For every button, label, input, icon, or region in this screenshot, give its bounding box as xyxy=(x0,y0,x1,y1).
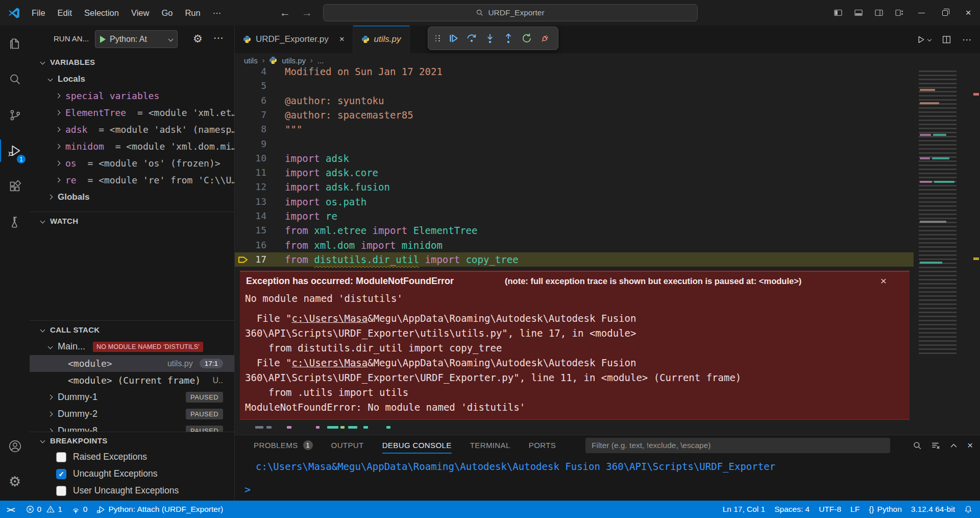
debug-session-status[interactable]: Python: Attach (URDF_Exporter) xyxy=(92,501,228,518)
command-center-search[interactable]: URDF_Exporter xyxy=(323,4,698,21)
continue-button[interactable] xyxy=(448,33,459,44)
debug-console-output[interactable]: c:\Users\Masa&Megu\AppData\Roaming\Autod… xyxy=(256,461,775,472)
callstack-frame[interactable]: <module> (Current frame)U.. xyxy=(30,372,234,389)
notifications-bell-icon[interactable] xyxy=(960,501,977,518)
console-prompt-icon[interactable]: > xyxy=(244,483,251,496)
menu-item[interactable]: Selection xyxy=(78,4,125,21)
step-into-button[interactable] xyxy=(484,33,496,44)
callstack-thread[interactable]: Dummy-1PAUSED xyxy=(30,389,234,406)
ports-status[interactable]: 0 xyxy=(67,501,92,518)
close-button[interactable]: × xyxy=(957,0,980,26)
call-stack-section-header[interactable]: CALL STACK xyxy=(30,322,234,337)
menu-item[interactable]: Edit xyxy=(52,4,78,21)
extensions-icon[interactable] xyxy=(0,169,30,204)
traceback-file-link[interactable]: c:\Users\Masa xyxy=(292,313,368,324)
clear-console-icon[interactable] xyxy=(931,441,940,450)
maximize-panel-icon[interactable] xyxy=(949,441,958,450)
minimize-button[interactable] xyxy=(910,0,933,26)
settings-gear-icon[interactable]: ⚙ xyxy=(0,464,30,500)
panel-tab-terminal[interactable]: TERMINAL xyxy=(470,435,510,455)
explorer-icon[interactable] xyxy=(0,26,30,61)
breakpoints-section-header[interactable]: BREAKPOINTS xyxy=(30,432,234,449)
indentation[interactable]: Spaces: 4 xyxy=(770,501,814,518)
callstack-thread[interactable]: Dummy-2PAUSED xyxy=(30,406,234,422)
menu-item[interactable]: Run xyxy=(179,4,206,21)
breakpoint-checkbox[interactable]: ✓ xyxy=(56,469,66,479)
editor-tab[interactable]: utils.py xyxy=(353,26,410,53)
editor-more-icon[interactable]: ⋯ xyxy=(962,34,972,45)
close-panel-icon[interactable]: × xyxy=(967,440,973,451)
start-debug-icon[interactable] xyxy=(100,36,106,43)
account-icon[interactable] xyxy=(0,428,30,464)
filter-placeholder: Filter (e.g. text, !exclude, \escape) xyxy=(592,441,710,450)
toggle-sidebar-icon[interactable] xyxy=(828,0,848,26)
step-over-button[interactable] xyxy=(466,33,477,44)
variable-row[interactable]: os = <module 'os' (frozen)> xyxy=(30,155,234,172)
editor-tab[interactable]: URDF_Exporter.py× xyxy=(235,26,353,53)
panel-tab-debug-console[interactable]: DEBUG CONSOLE xyxy=(382,435,452,455)
launch-config-dropdown[interactable]: Python: At xyxy=(95,30,178,48)
line-number: 7 xyxy=(235,108,266,122)
split-editor-icon[interactable] xyxy=(942,35,951,44)
variable-row[interactable]: re = <module 're' from 'C:\\U… xyxy=(30,172,234,189)
tab-close-icon[interactable]: × xyxy=(339,34,345,44)
encoding[interactable]: UTF-8 xyxy=(814,501,846,518)
restore-button[interactable] xyxy=(933,0,957,26)
callstack-thread[interactable]: Main...NO MODULE NAMED 'DISTUTILS' xyxy=(30,338,234,355)
restart-button[interactable] xyxy=(521,33,532,44)
scope-row[interactable]: Locals xyxy=(30,70,234,87)
back-arrow-icon[interactable]: ← xyxy=(280,7,290,19)
step-out-button[interactable] xyxy=(503,33,514,44)
breadcrumb-item[interactable]: ... xyxy=(317,56,324,65)
disconnect-button[interactable] xyxy=(540,33,551,44)
problems-status[interactable]: 0 1 xyxy=(21,501,67,518)
breakpoints-section: BREAKPOINTS Raised Exceptions✓Uncaught E… xyxy=(30,432,234,501)
panel-tab-ports[interactable]: PORTS xyxy=(529,435,556,455)
console-search-icon[interactable] xyxy=(913,441,922,450)
breadcrumb-item[interactable]: utils xyxy=(244,56,258,65)
console-filter-input[interactable]: Filter (e.g. text, !exclude, \escape) xyxy=(585,438,890,453)
forward-arrow-icon[interactable]: → xyxy=(302,7,312,19)
panel-tab-output[interactable]: OUTPUT xyxy=(331,435,364,455)
watch-section-header[interactable]: WATCH xyxy=(30,214,234,228)
toggle-panel-icon[interactable] xyxy=(848,0,869,26)
callstack-frame[interactable]: <module>utils.py17:1 xyxy=(30,355,234,372)
menu-item[interactable]: View xyxy=(125,4,155,21)
menu-item[interactable]: File xyxy=(26,4,52,21)
customize-layout-icon[interactable] xyxy=(889,0,910,26)
search-sidebar-icon[interactable] xyxy=(0,61,30,97)
variable-row[interactable]: ElementTree = <module 'xml.et… xyxy=(30,104,234,121)
breakpoint-row[interactable]: Raised Exceptions xyxy=(30,449,234,465)
scope-row[interactable]: Globals xyxy=(30,189,234,205)
configure-gear-icon[interactable]: ⚙ xyxy=(193,33,203,44)
eol-sequence[interactable]: LF xyxy=(846,501,864,518)
python-interpreter-version[interactable]: 3.12.4 64-bit xyxy=(906,501,960,518)
minimap[interactable] xyxy=(914,67,980,435)
breakpoint-checkbox[interactable] xyxy=(56,452,66,462)
variable-row[interactable]: adsk = <module 'adsk' (namesp… xyxy=(30,121,234,138)
run-python-file-button[interactable] xyxy=(917,35,931,44)
source-control-icon[interactable] xyxy=(0,97,30,133)
variable-row[interactable]: minidom = <module 'xml.dom.mi… xyxy=(30,138,234,155)
breadcrumb-item[interactable]: utils.py xyxy=(282,56,306,65)
breakpoint-row[interactable]: User Uncaught Exceptions xyxy=(30,482,234,499)
variables-section-header[interactable]: VARIABLES xyxy=(30,55,234,69)
run-and-debug-icon[interactable]: 1 xyxy=(0,133,30,169)
remote-indicator[interactable]: >< xyxy=(0,501,21,518)
language-mode[interactable]: {} Python xyxy=(864,501,906,518)
exception-close-icon[interactable]: × xyxy=(880,275,887,287)
testing-icon[interactable] xyxy=(0,204,30,240)
panel-tab-problems[interactable]: PROBLEMS1 xyxy=(254,435,313,455)
code-editor[interactable]: 4Modified on Sun Jan 17 202156@author: s… xyxy=(235,67,980,435)
cursor-position[interactable]: Ln 17, Col 1 xyxy=(718,501,770,518)
toolbar-drag-handle[interactable] xyxy=(435,35,441,42)
sidebar-more-icon[interactable]: ⋯ xyxy=(213,32,224,44)
variable-row[interactable]: special variables xyxy=(30,87,234,104)
breakpoint-checkbox[interactable] xyxy=(56,486,66,496)
menu-item[interactable]: Go xyxy=(155,4,179,21)
toggle-secondary-sidebar-icon[interactable] xyxy=(869,0,889,26)
breakpoint-row[interactable]: ✓Uncaught Exceptions xyxy=(30,465,234,482)
menu-item[interactable]: ⋯ xyxy=(207,4,228,21)
traceback-file-link[interactable]: c:\Users\Masa xyxy=(292,357,368,368)
breadcrumb[interactable]: utils›utils.py›... xyxy=(235,53,980,67)
